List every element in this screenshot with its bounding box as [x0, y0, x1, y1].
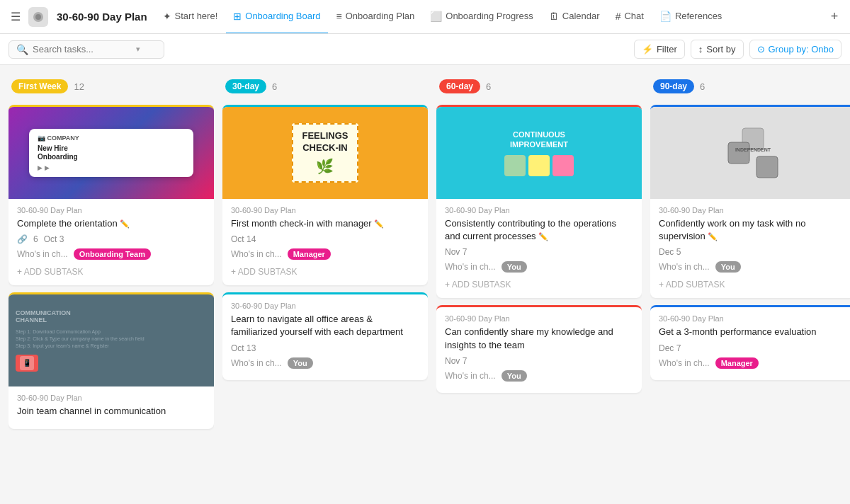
- search-input[interactable]: [33, 44, 132, 55]
- assignee-badge: Manager: [715, 357, 759, 369]
- group-button[interactable]: ⊙ Group by: Onbo: [749, 40, 842, 59]
- tab-progress-label: Onboarding Progress: [446, 11, 533, 21]
- edit-icon[interactable]: ✏️: [374, 219, 384, 228]
- task-card[interactable]: CONTINUOUSIMPROVEMENT 30-60-90 Day PlanC…: [436, 105, 642, 298]
- sort-button[interactable]: ↕ Sort by: [691, 40, 744, 59]
- add-subtask-button[interactable]: + ADD SUBTASK: [445, 277, 633, 291]
- col-badge-60-day: 60-day: [439, 79, 480, 93]
- col-count-30-day: 6: [272, 81, 277, 92]
- col-count-first-week: 12: [74, 81, 84, 92]
- tab-start-label: Start here!: [175, 11, 218, 21]
- card-body: 30-60-90 Day PlanConfidently work on my …: [650, 199, 850, 298]
- tab-calendar-label: Calendar: [562, 11, 600, 21]
- card-body: 30-60-90 Day PlanGet a 3-month performan…: [650, 307, 850, 379]
- svg-point-1: [35, 14, 41, 20]
- top-nav: ☰ 30-60-90 Day Plan ✦ Start here! ⊞ Onbo…: [0, 0, 850, 34]
- due-date: Nov 7: [445, 247, 467, 257]
- due-date: Oct 13: [231, 343, 256, 353]
- card-title: Complete the orientation ✏️: [17, 217, 205, 230]
- card-breadcrumb: 30-60-90 Day Plan: [445, 314, 633, 323]
- board-area: First Week12 📷 COMPANY New HireOnboardin…: [0, 65, 850, 504]
- card-breadcrumb: 30-60-90 Day Plan: [659, 206, 847, 214]
- column-60-day: 60-day6 CONTINUOUSIMPROVEMENT 30-60-90 D…: [436, 74, 642, 496]
- card-body: 30-60-90 Day PlanCan confidently share m…: [436, 307, 642, 392]
- add-subtask-button[interactable]: + ADD SUBTASK: [17, 264, 205, 278]
- col-badge-first-week: First Week: [11, 79, 68, 93]
- assignee-badge: You: [502, 370, 527, 382]
- sort-icon: ↕: [698, 44, 703, 55]
- tab-start[interactable]: ✦ Start here!: [156, 0, 225, 34]
- tab-plan-label: Onboarding Plan: [346, 11, 415, 21]
- card-meta: Dec 7: [659, 343, 847, 353]
- task-card[interactable]: FEELINGSCHECK-IN 🌿 30-60-90 Day PlanFirs…: [222, 105, 428, 285]
- card-body: 30-60-90 Day PlanFirst month check-in wi…: [222, 199, 428, 285]
- due-date: Nov 7: [445, 356, 467, 366]
- task-card[interactable]: 📷 COMPANY New HireOnboarding ▶ ▶ 30-60-9…: [8, 105, 214, 285]
- card-title: Can confidently share my knowledge and i…: [445, 326, 633, 351]
- card-title: Learn to navigate all office areas & fam…: [231, 313, 419, 338]
- search-box[interactable]: 🔍 ▾: [8, 40, 164, 59]
- nav-tabs: ✦ Start here! ⊞ Onboarding Board ≡ Onboa…: [156, 0, 822, 34]
- tab-onboarding-progress[interactable]: ⬜ Onboarding Progress: [423, 0, 540, 34]
- tab-onboarding-plan[interactable]: ≡ Onboarding Plan: [329, 0, 422, 34]
- card-assignee: Who's in ch...You: [659, 261, 847, 273]
- tab-onboarding-board[interactable]: ⊞ Onboarding Board: [226, 0, 327, 34]
- edit-icon[interactable]: ✏️: [120, 219, 130, 228]
- card-body: 30-60-90 Day PlanJoin team channel in co…: [8, 386, 214, 429]
- assignee-label: Who's in ch...: [231, 358, 282, 368]
- col-count-90-day: 6: [700, 81, 705, 92]
- assignee-badge: Onboarding Team: [74, 248, 151, 260]
- col-count-60-day: 6: [486, 81, 491, 92]
- col-header-60-day: 60-day6: [436, 74, 642, 99]
- start-icon: ✦: [163, 11, 171, 22]
- sort-label: Sort by: [706, 44, 735, 55]
- calendar-icon: 🗓: [549, 11, 559, 22]
- board-icon: ⊞: [233, 11, 242, 22]
- col-header-30-day: 30-day6: [222, 74, 428, 99]
- card-assignee: Who's in ch...You: [445, 261, 633, 273]
- app-logo: [28, 7, 48, 27]
- edit-icon[interactable]: ✏️: [538, 232, 548, 241]
- filter-button[interactable]: ⚡ Filter: [634, 40, 685, 59]
- hamburger-menu[interactable]: ☰: [6, 7, 26, 27]
- add-subtask-button[interactable]: + ADD SUBTASK: [659, 277, 847, 291]
- tab-calendar[interactable]: 🗓 Calendar: [542, 0, 607, 34]
- filter-icon: ⚡: [642, 44, 653, 55]
- card-breadcrumb: 30-60-90 Day Plan: [231, 206, 419, 214]
- card-title: Consistently contributing to the operati…: [445, 217, 633, 243]
- col-badge-90-day: 90-day: [653, 79, 694, 93]
- card-title: Join team channel in communication: [17, 405, 205, 418]
- card-assignee: Who's in ch...Onboarding Team: [17, 248, 205, 260]
- task-card[interactable]: COMMUNICATIONCHANNEL Step 1: Download Co…: [8, 292, 214, 429]
- search-icon: 🔍: [16, 44, 28, 55]
- task-card[interactable]: 30-60-90 Day PlanLearn to navigate all o…: [222, 292, 428, 379]
- edit-icon[interactable]: ✏️: [708, 232, 718, 241]
- search-dropdown-icon[interactable]: ▾: [136, 45, 140, 54]
- nav-more-button[interactable]: +: [824, 7, 844, 27]
- assignee-label: Who's in ch...: [659, 358, 710, 368]
- card-title: Get a 3-month performance evaluation: [659, 326, 847, 338]
- due-date: Oct 3: [44, 234, 64, 244]
- due-date: Dec 5: [659, 247, 681, 257]
- col-badge-30-day: 30-day: [225, 79, 266, 93]
- card-title: Confidently work on my task with no supe…: [659, 217, 847, 243]
- card-breadcrumb: 30-60-90 Day Plan: [659, 314, 847, 323]
- task-card[interactable]: 30-60-90 Day PlanCan confidently share m…: [436, 305, 642, 392]
- task-card[interactable]: INDEPENDENT 30-60-90 Day PlanConfidently…: [650, 105, 850, 298]
- card-meta: Dec 5: [659, 247, 847, 257]
- tab-chat[interactable]: # Chat: [608, 0, 651, 34]
- col-container-30-day: FEELINGSCHECK-IN 🌿 30-60-90 Day PlanFirs…: [222, 105, 428, 504]
- col-header-90-day: 90-day6: [650, 74, 850, 99]
- card-breadcrumb: 30-60-90 Day Plan: [17, 206, 205, 214]
- add-subtask-button[interactable]: + ADD SUBTASK: [231, 264, 419, 278]
- card-meta: 🔗6Oct 3: [17, 234, 205, 244]
- assignee-badge: You: [715, 261, 741, 273]
- card-breadcrumb: 30-60-90 Day Plan: [17, 394, 205, 402]
- assignee-label: Who's in ch...: [445, 371, 496, 381]
- tab-references[interactable]: 📄 References: [652, 0, 729, 34]
- column-30-day: 30-day6 FEELINGSCHECK-IN 🌿 30-60-90 Day …: [222, 74, 428, 496]
- card-meta: Oct 13: [231, 343, 419, 353]
- col-container-60-day: CONTINUOUSIMPROVEMENT 30-60-90 Day PlanC…: [436, 105, 642, 504]
- task-card[interactable]: 30-60-90 Day PlanGet a 3-month performan…: [650, 305, 850, 379]
- tab-chat-label: Chat: [624, 11, 643, 21]
